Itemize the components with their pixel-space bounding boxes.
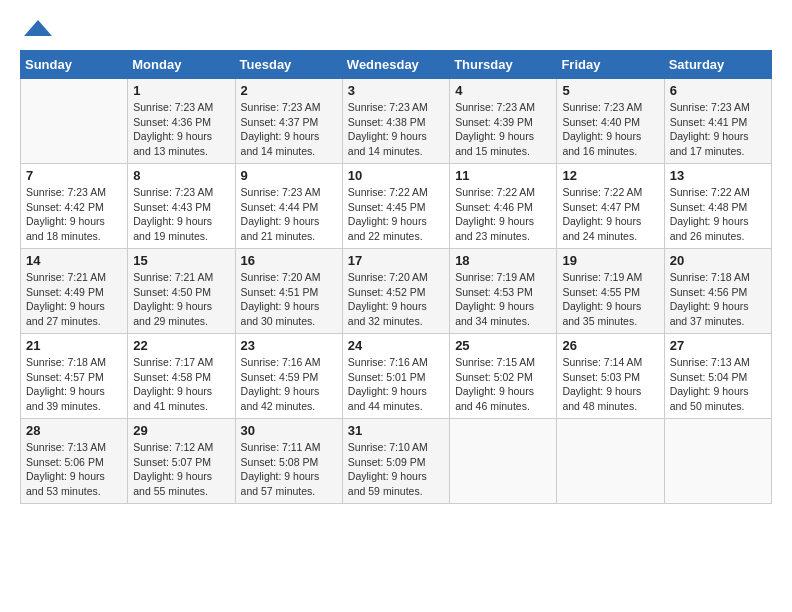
day-cell: 18Sunrise: 7:19 AMSunset: 4:53 PMDayligh… bbox=[450, 249, 557, 334]
day-cell bbox=[557, 419, 664, 504]
day-cell: 12Sunrise: 7:22 AMSunset: 4:47 PMDayligh… bbox=[557, 164, 664, 249]
day-info: Sunrise: 7:14 AMSunset: 5:03 PMDaylight:… bbox=[562, 355, 658, 414]
day-cell: 19Sunrise: 7:19 AMSunset: 4:55 PMDayligh… bbox=[557, 249, 664, 334]
day-cell: 31Sunrise: 7:10 AMSunset: 5:09 PMDayligh… bbox=[342, 419, 449, 504]
day-number: 3 bbox=[348, 83, 444, 98]
week-row-1: 1Sunrise: 7:23 AMSunset: 4:36 PMDaylight… bbox=[21, 79, 772, 164]
header-cell-wednesday: Wednesday bbox=[342, 51, 449, 79]
day-info: Sunrise: 7:13 AMSunset: 5:04 PMDaylight:… bbox=[670, 355, 766, 414]
day-number: 12 bbox=[562, 168, 658, 183]
day-number: 28 bbox=[26, 423, 122, 438]
day-info: Sunrise: 7:23 AMSunset: 4:40 PMDaylight:… bbox=[562, 100, 658, 159]
day-cell bbox=[664, 419, 771, 504]
day-cell: 15Sunrise: 7:21 AMSunset: 4:50 PMDayligh… bbox=[128, 249, 235, 334]
day-info: Sunrise: 7:12 AMSunset: 5:07 PMDaylight:… bbox=[133, 440, 229, 499]
day-cell bbox=[450, 419, 557, 504]
day-number: 31 bbox=[348, 423, 444, 438]
calendar-header: SundayMondayTuesdayWednesdayThursdayFrid… bbox=[21, 51, 772, 79]
calendar-table: SundayMondayTuesdayWednesdayThursdayFrid… bbox=[20, 50, 772, 504]
day-info: Sunrise: 7:16 AMSunset: 5:01 PMDaylight:… bbox=[348, 355, 444, 414]
day-info: Sunrise: 7:22 AMSunset: 4:47 PMDaylight:… bbox=[562, 185, 658, 244]
day-number: 21 bbox=[26, 338, 122, 353]
calendar-body: 1Sunrise: 7:23 AMSunset: 4:36 PMDaylight… bbox=[21, 79, 772, 504]
day-cell: 8Sunrise: 7:23 AMSunset: 4:43 PMDaylight… bbox=[128, 164, 235, 249]
week-row-4: 21Sunrise: 7:18 AMSunset: 4:57 PMDayligh… bbox=[21, 334, 772, 419]
day-number: 8 bbox=[133, 168, 229, 183]
day-info: Sunrise: 7:23 AMSunset: 4:38 PMDaylight:… bbox=[348, 100, 444, 159]
day-info: Sunrise: 7:23 AMSunset: 4:41 PMDaylight:… bbox=[670, 100, 766, 159]
day-info: Sunrise: 7:21 AMSunset: 4:50 PMDaylight:… bbox=[133, 270, 229, 329]
day-cell: 4Sunrise: 7:23 AMSunset: 4:39 PMDaylight… bbox=[450, 79, 557, 164]
day-number: 5 bbox=[562, 83, 658, 98]
day-cell: 28Sunrise: 7:13 AMSunset: 5:06 PMDayligh… bbox=[21, 419, 128, 504]
day-cell: 26Sunrise: 7:14 AMSunset: 5:03 PMDayligh… bbox=[557, 334, 664, 419]
day-number: 15 bbox=[133, 253, 229, 268]
day-info: Sunrise: 7:11 AMSunset: 5:08 PMDaylight:… bbox=[241, 440, 337, 499]
day-cell: 7Sunrise: 7:23 AMSunset: 4:42 PMDaylight… bbox=[21, 164, 128, 249]
day-number: 2 bbox=[241, 83, 337, 98]
day-info: Sunrise: 7:23 AMSunset: 4:44 PMDaylight:… bbox=[241, 185, 337, 244]
day-cell: 6Sunrise: 7:23 AMSunset: 4:41 PMDaylight… bbox=[664, 79, 771, 164]
day-number: 19 bbox=[562, 253, 658, 268]
day-info: Sunrise: 7:22 AMSunset: 4:45 PMDaylight:… bbox=[348, 185, 444, 244]
day-cell: 5Sunrise: 7:23 AMSunset: 4:40 PMDaylight… bbox=[557, 79, 664, 164]
day-info: Sunrise: 7:18 AMSunset: 4:56 PMDaylight:… bbox=[670, 270, 766, 329]
header-cell-sunday: Sunday bbox=[21, 51, 128, 79]
day-number: 22 bbox=[133, 338, 229, 353]
day-info: Sunrise: 7:22 AMSunset: 4:46 PMDaylight:… bbox=[455, 185, 551, 244]
day-number: 17 bbox=[348, 253, 444, 268]
day-number: 4 bbox=[455, 83, 551, 98]
day-info: Sunrise: 7:23 AMSunset: 4:43 PMDaylight:… bbox=[133, 185, 229, 244]
day-info: Sunrise: 7:22 AMSunset: 4:48 PMDaylight:… bbox=[670, 185, 766, 244]
page-header bbox=[20, 20, 772, 40]
week-row-2: 7Sunrise: 7:23 AMSunset: 4:42 PMDaylight… bbox=[21, 164, 772, 249]
day-number: 30 bbox=[241, 423, 337, 438]
header-cell-tuesday: Tuesday bbox=[235, 51, 342, 79]
day-number: 9 bbox=[241, 168, 337, 183]
day-number: 13 bbox=[670, 168, 766, 183]
header-row: SundayMondayTuesdayWednesdayThursdayFrid… bbox=[21, 51, 772, 79]
day-cell: 11Sunrise: 7:22 AMSunset: 4:46 PMDayligh… bbox=[450, 164, 557, 249]
day-info: Sunrise: 7:23 AMSunset: 4:36 PMDaylight:… bbox=[133, 100, 229, 159]
day-cell: 3Sunrise: 7:23 AMSunset: 4:38 PMDaylight… bbox=[342, 79, 449, 164]
day-cell: 1Sunrise: 7:23 AMSunset: 4:36 PMDaylight… bbox=[128, 79, 235, 164]
header-cell-saturday: Saturday bbox=[664, 51, 771, 79]
day-number: 14 bbox=[26, 253, 122, 268]
header-cell-monday: Monday bbox=[128, 51, 235, 79]
day-cell: 25Sunrise: 7:15 AMSunset: 5:02 PMDayligh… bbox=[450, 334, 557, 419]
header-cell-thursday: Thursday bbox=[450, 51, 557, 79]
day-info: Sunrise: 7:10 AMSunset: 5:09 PMDaylight:… bbox=[348, 440, 444, 499]
day-number: 18 bbox=[455, 253, 551, 268]
day-cell: 13Sunrise: 7:22 AMSunset: 4:48 PMDayligh… bbox=[664, 164, 771, 249]
day-cell: 22Sunrise: 7:17 AMSunset: 4:58 PMDayligh… bbox=[128, 334, 235, 419]
day-cell: 16Sunrise: 7:20 AMSunset: 4:51 PMDayligh… bbox=[235, 249, 342, 334]
day-number: 16 bbox=[241, 253, 337, 268]
logo bbox=[20, 20, 52, 40]
day-info: Sunrise: 7:18 AMSunset: 4:57 PMDaylight:… bbox=[26, 355, 122, 414]
day-cell: 10Sunrise: 7:22 AMSunset: 4:45 PMDayligh… bbox=[342, 164, 449, 249]
day-number: 24 bbox=[348, 338, 444, 353]
day-number: 25 bbox=[455, 338, 551, 353]
day-cell: 2Sunrise: 7:23 AMSunset: 4:37 PMDaylight… bbox=[235, 79, 342, 164]
day-cell: 27Sunrise: 7:13 AMSunset: 5:04 PMDayligh… bbox=[664, 334, 771, 419]
day-cell: 29Sunrise: 7:12 AMSunset: 5:07 PMDayligh… bbox=[128, 419, 235, 504]
day-cell: 20Sunrise: 7:18 AMSunset: 4:56 PMDayligh… bbox=[664, 249, 771, 334]
day-info: Sunrise: 7:20 AMSunset: 4:52 PMDaylight:… bbox=[348, 270, 444, 329]
day-cell: 14Sunrise: 7:21 AMSunset: 4:49 PMDayligh… bbox=[21, 249, 128, 334]
day-number: 20 bbox=[670, 253, 766, 268]
day-cell bbox=[21, 79, 128, 164]
day-info: Sunrise: 7:16 AMSunset: 4:59 PMDaylight:… bbox=[241, 355, 337, 414]
svg-marker-0 bbox=[24, 20, 52, 36]
day-info: Sunrise: 7:17 AMSunset: 4:58 PMDaylight:… bbox=[133, 355, 229, 414]
day-number: 6 bbox=[670, 83, 766, 98]
header-cell-friday: Friday bbox=[557, 51, 664, 79]
week-row-3: 14Sunrise: 7:21 AMSunset: 4:49 PMDayligh… bbox=[21, 249, 772, 334]
day-number: 29 bbox=[133, 423, 229, 438]
day-number: 1 bbox=[133, 83, 229, 98]
day-cell: 17Sunrise: 7:20 AMSunset: 4:52 PMDayligh… bbox=[342, 249, 449, 334]
day-info: Sunrise: 7:20 AMSunset: 4:51 PMDaylight:… bbox=[241, 270, 337, 329]
day-info: Sunrise: 7:15 AMSunset: 5:02 PMDaylight:… bbox=[455, 355, 551, 414]
day-info: Sunrise: 7:19 AMSunset: 4:53 PMDaylight:… bbox=[455, 270, 551, 329]
week-row-5: 28Sunrise: 7:13 AMSunset: 5:06 PMDayligh… bbox=[21, 419, 772, 504]
logo-flag-icon bbox=[24, 20, 52, 40]
